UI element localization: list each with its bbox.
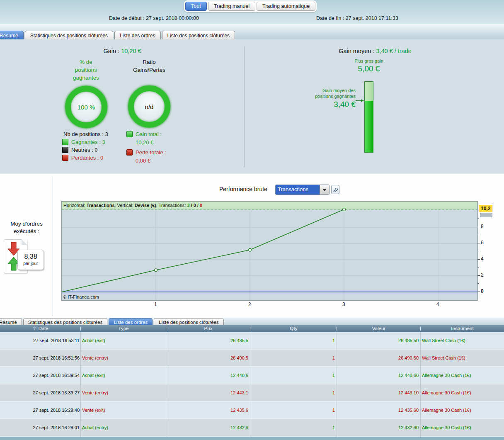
order-instrument: Wall Street Cash (1€) [421,350,504,367]
order-prix: 26 485,5 [166,332,250,350]
report-tabbar-top: Résumé Statistiques des positions clôtur… [0,24,504,40]
date-end: Date de fin : 27 sept. 2018 17:11:33 [316,15,398,21]
gain-moyen-line: Gain moyen : 3,40 € / trade [253,48,497,54]
tab-statistiques[interactable]: Statistiques des positions clôturées [25,31,113,40]
tab-liste-ordres-bottom[interactable]: Liste des ordres [109,318,153,326]
tab-statistiques-bottom[interactable]: Statistiques des positions clôturées [23,318,108,326]
plus-gros-gain-label: Plus gros gain [340,58,398,63]
performance-chart-canvas [62,202,477,300]
green-square-icon [126,131,133,137]
pct-gauge-ring: 100 % [65,86,107,128]
order-qty: 1 [250,367,337,384]
order-date: 27 sept. 2018 16:28:01 [0,419,81,437]
gain-bar-upper [365,82,373,101]
column-header-instrument[interactable]: Instrument [421,325,504,332]
ratio-gauge-value: n/d [145,103,154,110]
order-date: 27 sept. 2018 16:53:11 [0,332,81,350]
wrench-icon [333,187,338,192]
legend-perte-totale: Perte totale : [126,149,166,156]
tab-trading-manuel[interactable]: Trading manuel [208,2,255,11]
trading-report-screen: Tout Trading manuel Trading automatique … [0,0,504,440]
chart-header-text: Horizontal: Transactions, Vertical: Devi… [62,202,477,209]
tab-tout[interactable]: Tout [185,2,207,11]
column-header-date[interactable]: ⇧Date [0,325,81,332]
tab-liste-positions[interactable]: Liste des positions clôturées [162,31,235,40]
moy-ordres-label: Moy d'ordres exécutés : [2,220,51,235]
order-type: Achat (entry) [81,419,166,437]
section-divider [53,176,53,316]
order-date: 27 sept. 2018 16:51:56 [0,350,81,367]
chart-settings-button[interactable] [331,185,339,194]
summary-panel: Gain : 10,20 € % de positions gagnantes … [0,39,504,174]
tab-liste-positions-bottom[interactable]: Liste des positions clôturées [154,318,223,326]
dropdown-selected-value: Transactions [276,185,320,194]
performance-chart: Horizontal: Transactions, Vertical: Devi… [61,201,478,301]
moy-ordres-card: 8,38 par jour [17,250,44,270]
chevron-down-icon[interactable] [320,185,329,194]
axis-scroll-thumb[interactable] [480,213,492,217]
legend-gain-total: Gain total : [126,131,162,137]
order-prix: 26 490,5 [166,350,250,367]
legend-perdantes: Perdantes : 0 [62,155,103,161]
tab-liste-ordres[interactable]: Liste des ordres [114,31,160,40]
order-qty: 1 [250,402,337,419]
order-instrument: Wall Street Cash (1€) [421,332,504,350]
moy-ordres-unit: par jour [18,261,44,266]
order-prix: 12 443,1 [166,384,250,402]
gain-moyen-pos-value: 3,40 € [274,100,356,109]
report-tabbar-bottom: Résumé Statistiques des positions clôtur… [0,317,504,326]
horizontal-axis-dropdown[interactable]: Transactions [275,185,330,195]
pct-positions-label: % de positions gagnantes [58,58,114,82]
column-header-qty[interactable]: Qty [250,325,337,332]
tab-trading-automatique[interactable]: Trading automatique [257,2,315,11]
gain-total-value: 10,20 € [136,139,153,146]
table-row[interactable]: 27 sept. 2018 16:51:56 Vente (entry) 26 … [0,350,504,367]
order-qty: 1 [250,332,337,350]
order-type: Achat (exit) [81,367,166,384]
order-valeur: 12 443,10 [337,384,421,402]
pointer-arrow-icon [356,99,364,102]
order-qty: 1 [250,384,337,402]
plus-gros-gain-value: 5,00 € [340,64,398,73]
column-header-type[interactable]: Type [81,325,166,332]
red-square-icon [62,155,68,161]
bottom-band [0,437,504,440]
column-header-valeur[interactable]: Valeur [337,325,421,332]
order-date: 27 sept. 2018 16:39:27 [0,384,81,402]
order-instrument: Allemagne 30 Cash (1€) [421,402,504,419]
table-row[interactable]: 27 sept. 2018 16:28:01 Achat (entry) 12 … [0,419,504,437]
perte-totale-value: 0,00 € [136,158,150,164]
order-valeur: 12 432,90 [337,419,421,437]
ratio-label: Ratio Gains/Pertes [122,58,176,74]
gain-bar [364,81,373,153]
current-value-badge: 10,2 [479,205,492,212]
table-row[interactable]: 27 sept. 2018 16:39:27 Vente (entry) 12 … [0,384,504,402]
order-type: Vente (exit) [81,402,166,419]
sort-asc-icon: ⇧ [32,326,36,331]
tab-resume[interactable]: Résumé [0,31,24,40]
chart-copyright: © IT-Finance.com [63,294,99,299]
order-valeur: 12 440,60 [337,367,421,384]
moy-ordres-value: 8,38 [18,253,44,260]
order-valeur: 26 485,50 [337,332,421,350]
orders-table-header: ⇧Date Type Prix Qty Valeur Instrument [0,325,504,332]
order-type: Vente (entry) [81,384,166,402]
tab-resume-bottom[interactable]: Résumé [0,318,22,326]
summary-divider [245,46,245,167]
table-row[interactable]: 27 sept. 2018 16:29:40 Vente (exit) 12 4… [0,402,504,419]
order-prix: 12 435,6 [166,402,250,419]
column-header-prix[interactable]: Prix [166,325,250,332]
order-instrument: Allemagne 30 Cash (1€) [421,367,504,384]
order-type: Vente (entry) [81,350,166,367]
view-toggle-group: Tout Trading manuel Trading automatique [184,0,317,12]
table-row[interactable]: 27 sept. 2018 16:53:11 Achat (exit) 26 4… [0,332,504,350]
table-row[interactable]: 27 sept. 2018 16:39:54 Achat (exit) 12 4… [0,367,504,384]
order-qty: 1 [250,350,337,367]
legend-neutres: Neutres : 0 [62,147,98,153]
x-axis-labels: 1234 [61,301,477,307]
ratio-gauge-ring: n/d [128,85,170,128]
dark-square-icon [62,147,68,153]
order-date: 27 sept. 2018 16:29:40 [0,402,81,419]
nb-positions: Nb de positions : 3 [63,131,108,137]
pct-gauge-value: 100 % [78,104,95,111]
